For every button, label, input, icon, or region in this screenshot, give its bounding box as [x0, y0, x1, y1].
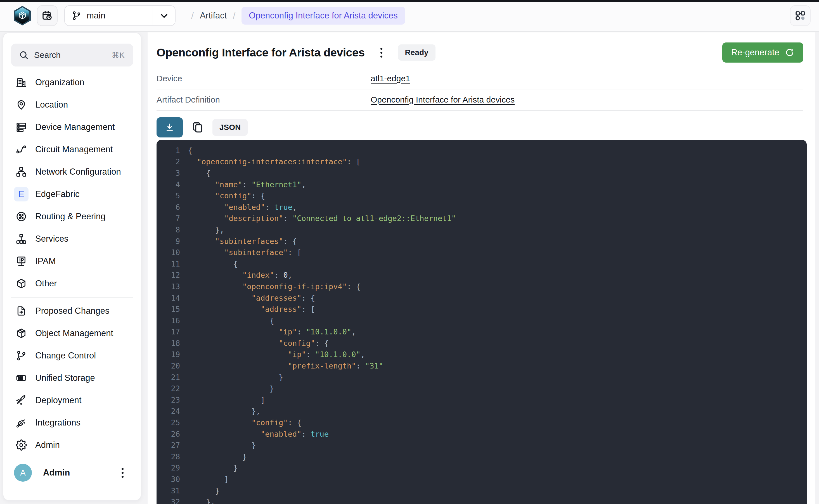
code-text: {	[188, 169, 210, 177]
code-text: "subinterface": [	[188, 248, 301, 257]
components-icon	[794, 10, 806, 22]
status-badge: Ready	[398, 44, 436, 61]
package-icon	[16, 328, 27, 339]
code-line: 2 "openconfig-interfaces:interface": [	[156, 156, 807, 168]
code-text: "enabled": true,	[188, 203, 297, 211]
line-number: 16	[156, 316, 180, 325]
branch-selector[interactable]: main	[64, 5, 175, 26]
copy-button[interactable]	[191, 121, 204, 134]
sidebar-item-organization[interactable]: Organization	[3, 71, 141, 94]
sidebar-item-label: Device Management	[35, 122, 115, 132]
sidebar-item-change-control[interactable]: Change Control	[3, 344, 141, 367]
circuit-icon	[14, 142, 28, 157]
code-line: 14 "addresses": {	[156, 292, 807, 304]
sidebar-item-label: Admin	[35, 440, 60, 450]
gear-icon	[16, 439, 27, 451]
line-number: 13	[156, 282, 180, 291]
sidebar-item-circuit-management[interactable]: Circuit Management	[3, 138, 141, 161]
code-text: {	[188, 146, 192, 155]
line-number: 8	[156, 225, 180, 234]
breadcrumb-current[interactable]: Openconfig Interface for Arista devices	[241, 7, 405, 25]
code-line: 27 }	[156, 439, 807, 451]
sidebar-item-deployment[interactable]: Deployment	[3, 389, 141, 412]
code-line: 8 },	[156, 224, 807, 236]
sidebar-item-proposed-changes[interactable]: Proposed Changes	[3, 300, 141, 322]
code-line: 11 {	[156, 258, 807, 270]
sidebar-item-label: Routing & Peering	[35, 211, 106, 222]
git-branch-icon	[72, 11, 82, 21]
rocket-icon	[14, 393, 28, 408]
code-line: 9 "subinterfaces": {	[156, 236, 807, 247]
refresh-icon	[785, 48, 794, 57]
app-logo[interactable]	[14, 6, 31, 25]
field-row: Artifact DefinitionOpenconfig Interface …	[156, 89, 803, 111]
sidebar-item-ipam[interactable]: IPAM	[3, 250, 141, 272]
components-menu-button[interactable]	[790, 5, 811, 26]
code-line: 26 "enabled": true	[156, 428, 807, 440]
code-text: "config": {	[188, 418, 301, 427]
sidebar-item-unified-storage[interactable]: Unified Storage	[3, 367, 141, 389]
line-number: 17	[156, 327, 180, 336]
breadcrumb: / Artifact / Openconfig Interface for Ar…	[185, 7, 405, 25]
sidebar-item-routing-peering[interactable]: Routing & Peering	[3, 205, 141, 228]
line-number: 2	[156, 157, 180, 166]
field-value-link[interactable]: Openconfig Interface for Arista devices	[370, 95, 515, 104]
circuit-icon	[16, 144, 27, 155]
sidebar-item-label: Change Control	[35, 351, 96, 361]
building-icon	[14, 75, 28, 90]
sidebar-item-label: IPAM	[35, 256, 56, 266]
sidebar-item-object-management[interactable]: Object Management	[3, 322, 141, 344]
breadcrumb-parent[interactable]: Artifact	[200, 11, 227, 21]
plug-icon	[14, 415, 28, 430]
code-viewer[interactable]: 1{2 "openconfig-interfaces:interface": […	[156, 140, 807, 504]
cube-logo-icon	[17, 10, 28, 21]
format-badge[interactable]: JSON	[212, 119, 248, 136]
search-input[interactable]	[34, 50, 111, 60]
line-number: 29	[156, 463, 180, 472]
sidebar-item-network-configuration[interactable]: Network Configuration	[3, 161, 141, 183]
code-line: 28 }	[156, 451, 807, 462]
line-number: 10	[156, 248, 180, 257]
storage-icon	[14, 371, 28, 385]
calendar-clock-button[interactable]	[37, 5, 58, 26]
sidebar-item-label: Network Configuration	[35, 167, 121, 177]
sidebar-item-admin[interactable]: Admin	[3, 434, 141, 456]
sidebar-item-label: Location	[35, 100, 68, 110]
sidebar-item-location[interactable]: Location	[3, 94, 141, 116]
storage-icon	[16, 372, 27, 384]
main-panel: Openconfig Interface for Arista devices …	[148, 32, 815, 504]
code-text: {	[188, 260, 238, 268]
cube-icon	[14, 276, 28, 291]
server-icon	[14, 120, 28, 134]
sidebar-item-other[interactable]: Other	[3, 272, 141, 295]
page-title: Openconfig Interface for Arista devices	[156, 46, 365, 59]
sidebar-item-integrations[interactable]: Integrations	[3, 412, 141, 434]
gear-icon	[14, 438, 28, 452]
sidebar-item-edgefabric[interactable]: EEdgeFabric	[3, 183, 141, 205]
sidebar-item-label: Object Management	[35, 328, 113, 338]
user-row[interactable]: A Admin	[3, 462, 141, 484]
breadcrumb-separator: /	[233, 11, 235, 21]
field-value-link[interactable]: atl1-edge1	[370, 74, 411, 83]
code-text: ]	[188, 396, 265, 404]
building-icon	[16, 77, 27, 88]
line-number: 15	[156, 305, 180, 313]
top-bar: main / Artifact / Openconfig Interface f…	[0, 0, 819, 32]
chevron-down-icon[interactable]	[153, 10, 175, 21]
code-line: 23 ]	[156, 394, 807, 406]
field-label: Device	[156, 74, 370, 83]
code-text: "subinterfaces": {	[188, 237, 297, 246]
search-box[interactable]: ⌘K	[11, 44, 133, 66]
code-text: },	[188, 225, 224, 234]
code-text: }	[188, 452, 247, 461]
download-button[interactable]	[156, 117, 183, 137]
breadcrumb-separator: /	[191, 11, 194, 21]
artifact-toolbar: JSON	[156, 117, 248, 137]
sidebar-item-device-management[interactable]: Device Management	[3, 116, 141, 138]
code-text: "name": "Ethernet1",	[188, 180, 306, 189]
regenerate-button[interactable]: Re-generate	[722, 42, 803, 63]
network-icon	[14, 165, 28, 179]
title-kebab-icon[interactable]	[380, 48, 382, 58]
sidebar-item-services[interactable]: Services	[3, 228, 141, 250]
user-menu-kebab-icon[interactable]	[122, 468, 123, 478]
